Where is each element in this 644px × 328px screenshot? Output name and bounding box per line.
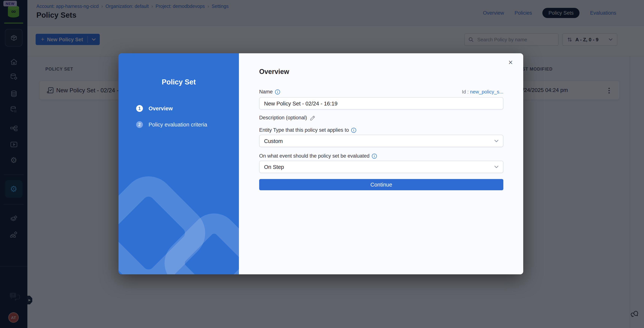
event-label-row: On what event should the policy set be e… bbox=[259, 153, 503, 159]
close-icon[interactable]: × bbox=[508, 59, 513, 66]
name-field-row: Name Id : new_policy_s... bbox=[259, 89, 503, 95]
entity-type-label: Entity Type that this policy set applies… bbox=[259, 127, 349, 133]
wizard-form-panel: × Overview Name Id : new_policy_s... Des… bbox=[239, 53, 523, 274]
modal-step-heading: Overview bbox=[259, 68, 289, 76]
info-icon[interactable] bbox=[275, 89, 280, 94]
harness-watermark-logo bbox=[118, 162, 239, 274]
entity-type-label-row: Entity Type that this policy set applies… bbox=[259, 127, 503, 133]
event-value: On Step bbox=[264, 164, 284, 170]
wizard-step-overview[interactable]: 1 Overview bbox=[136, 105, 173, 112]
harness-policy-sets-page: ∞ NEW bbox=[0, 0, 644, 328]
entity-type-value: Custom bbox=[264, 138, 283, 144]
step-number-badge: 1 bbox=[136, 105, 143, 112]
entity-id: Id : new_policy_s... bbox=[462, 89, 503, 95]
description-label-row: Description (optional) bbox=[259, 115, 503, 121]
event-select[interactable]: On Step bbox=[259, 161, 503, 173]
continue-button[interactable]: Continue bbox=[259, 179, 503, 190]
name-label: Name bbox=[259, 89, 280, 95]
edit-pencil-icon[interactable] bbox=[309, 115, 315, 121]
step-label: Overview bbox=[148, 106, 173, 112]
policy-set-wizard-modal: Policy Set 1 Overview 2 Policy evaluatio… bbox=[118, 53, 523, 274]
entity-id-link[interactable]: new_policy_s... bbox=[470, 89, 503, 95]
wizard-steps-panel: Policy Set 1 Overview 2 Policy evaluatio… bbox=[118, 53, 239, 274]
chevron-down-icon bbox=[494, 139, 498, 142]
info-icon[interactable] bbox=[351, 127, 356, 133]
description-label: Description (optional) bbox=[259, 115, 307, 121]
info-icon[interactable] bbox=[372, 153, 377, 159]
name-input[interactable] bbox=[259, 97, 503, 110]
event-label: On what event should the policy set be e… bbox=[259, 153, 370, 159]
entity-type-select[interactable]: Custom bbox=[259, 135, 503, 147]
step-number-badge: 2 bbox=[136, 121, 143, 128]
step-label: Policy evaluation criteria bbox=[148, 122, 207, 128]
chevron-down-icon bbox=[494, 165, 498, 168]
wizard-step-evaluation-criteria[interactable]: 2 Policy evaluation criteria bbox=[136, 121, 207, 128]
wizard-title: Policy Set bbox=[118, 78, 239, 86]
